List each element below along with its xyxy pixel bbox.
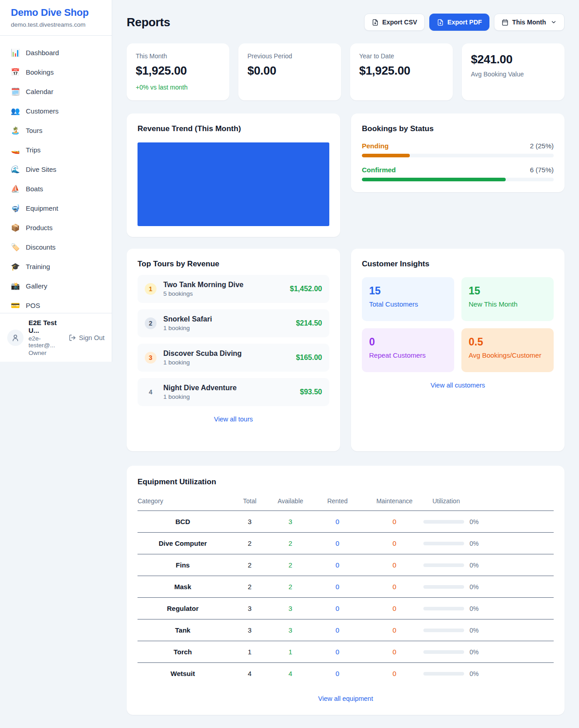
sidebar-item-label: Customers xyxy=(26,107,59,115)
avatar xyxy=(7,330,24,346)
export-csv-button[interactable]: Export CSV xyxy=(364,14,425,31)
sign-out-button[interactable]: Sign Out xyxy=(69,334,104,341)
equipment-table: Category Total Available Rented Maintena… xyxy=(138,491,554,684)
sidebar-item-equipment[interactable]: 🤿 Equipment xyxy=(4,199,108,218)
cell-utilization: 0% xyxy=(423,619,554,641)
cell-available: 2 xyxy=(271,554,309,576)
stat-card-this-month: This Month $1,925.00 +0% vs last month xyxy=(127,43,229,100)
user-section: E2E Test U... e2e-tester@... Owner Sign … xyxy=(0,313,112,362)
sidebar-item-products[interactable]: 📦 Products xyxy=(4,218,108,237)
view-all-equipment-link[interactable]: View all equipment xyxy=(138,695,554,702)
cell-utilization: 0% xyxy=(423,598,554,619)
rank-badge: 2 xyxy=(145,317,157,329)
utilization-bar xyxy=(423,563,464,567)
stat-label: Year to Date xyxy=(359,52,444,60)
user-role: Owner xyxy=(28,350,64,356)
cell-maintenance: 0 xyxy=(365,576,423,598)
table-row: BCD 3 3 0 0 0% xyxy=(138,511,554,533)
cell-utilization: 0% xyxy=(423,511,554,533)
insight-grid: 15 Total Customers 15 New This Month 0 R… xyxy=(362,277,554,372)
sidebar-item-trips[interactable]: 🚤 Trips xyxy=(4,140,108,160)
period-label: This Month xyxy=(512,19,546,26)
column-header-available: Available xyxy=(271,491,309,511)
table-row: Regulator 3 3 0 0 0% xyxy=(138,598,554,619)
wave-icon: 🌊 xyxy=(11,165,20,174)
tile-label: Repeat Customers xyxy=(369,351,447,359)
sidebar-item-bookings[interactable]: 📅 Bookings xyxy=(4,62,108,82)
utilization-label: 0% xyxy=(470,583,479,591)
speedboat-icon: 🚤 xyxy=(11,146,20,154)
status-label-pending: Pending xyxy=(362,142,389,150)
sidebar-item-customers[interactable]: 👥 Customers xyxy=(4,101,108,121)
status-line: Confirmed 6 (75%) xyxy=(362,166,554,174)
calendar-icon xyxy=(502,19,508,26)
status-count-pending: 2 (25%) xyxy=(530,142,554,150)
stat-value: $1,925.00 xyxy=(136,64,220,78)
tour-row: 2 Snorkel Safari 1 booking $214.50 xyxy=(138,309,329,337)
utilization-bar xyxy=(423,542,464,545)
sidebar-item-pos[interactable]: 💳 POS xyxy=(4,296,108,313)
brand: Demo Dive Shop demo.test.divestreams.com xyxy=(0,0,112,36)
utilization-bar xyxy=(423,607,464,610)
cell-rented: 0 xyxy=(309,576,365,598)
tour-name: Two Tank Morning Dive xyxy=(163,281,243,289)
sidebar-item-boats[interactable]: ⛵ Boats xyxy=(4,179,108,199)
status-row-pending: Pending 2 (25%) xyxy=(362,142,554,157)
cell-rented: 0 xyxy=(309,619,365,641)
people-icon: 👥 xyxy=(11,107,20,115)
sidebar-item-dive-sites[interactable]: 🌊 Dive Sites xyxy=(4,160,108,179)
tour-revenue: $214.50 xyxy=(290,319,322,327)
cell-maintenance: 0 xyxy=(365,641,423,663)
stat-delta: +0% vs last month xyxy=(136,84,220,91)
sidebar-item-calendar[interactable]: 🗓️ Calendar xyxy=(4,82,108,101)
sidebar-item-gallery[interactable]: 📸 Gallery xyxy=(4,276,108,296)
period-dropdown[interactable]: This Month xyxy=(494,14,565,31)
tile-value: 0.5 xyxy=(469,336,546,348)
tour-row: 3 Discover Scuba Diving 1 booking $165.0… xyxy=(138,344,329,372)
status-line: Pending 2 (25%) xyxy=(362,142,554,150)
rank-badge: 4 xyxy=(145,386,157,398)
chevron-down-icon xyxy=(551,19,557,25)
tile-value: 0 xyxy=(369,336,447,348)
sidebar-item-training[interactable]: 🎓 Training xyxy=(4,257,108,276)
customer-insights-title: Customer Insights xyxy=(362,260,554,269)
view-all-customers-link[interactable]: View all customers xyxy=(362,382,554,389)
sign-out-label: Sign Out xyxy=(79,334,104,341)
tour-bookings: 5 bookings xyxy=(163,290,243,297)
sidebar-item-label: Equipment xyxy=(26,204,58,212)
sidebar-item-tours[interactable]: 🏝️ Tours xyxy=(4,121,108,140)
user-email: e2e-tester@... xyxy=(28,335,64,349)
header-actions: Export CSV Export PDF This Month xyxy=(364,14,565,31)
stat-label: This Month xyxy=(136,52,220,60)
status-count-confirmed: 6 (75%) xyxy=(530,166,554,174)
view-all-tours-link[interactable]: View all tours xyxy=(138,416,329,423)
tour-name: Snorkel Safari xyxy=(163,315,212,323)
sidebar-item-label: Tours xyxy=(26,127,43,134)
camera-icon: 📸 xyxy=(11,282,20,290)
sidebar: Demo Dive Shop demo.test.divestreams.com… xyxy=(0,0,112,362)
sidebar-item-label: Trips xyxy=(26,146,41,154)
column-header-category: Category xyxy=(138,491,228,511)
cell-available: 2 xyxy=(271,533,309,554)
progress-track xyxy=(362,178,554,181)
utilization-bar xyxy=(423,520,464,524)
utilization-label: 0% xyxy=(470,648,479,656)
utilization-label: 0% xyxy=(470,540,479,547)
column-header-rented: Rented xyxy=(309,491,365,511)
column-header-utilization: Utilization xyxy=(423,491,554,511)
export-pdf-button[interactable]: Export PDF xyxy=(429,14,489,31)
tour-bookings: 1 booking xyxy=(163,325,212,331)
sidebar-item-discounts[interactable]: 🏷️ Discounts xyxy=(4,237,108,257)
cell-utilization: 0% xyxy=(423,663,554,685)
shop-name: Demo Dive Shop xyxy=(11,7,101,19)
table-row: Mask 2 2 0 0 0% xyxy=(138,576,554,598)
tour-name: Discover Scuba Diving xyxy=(163,350,242,358)
diving-mask-icon: 🤿 xyxy=(11,204,20,213)
sidebar-item-label: Discounts xyxy=(26,243,56,251)
tile-repeat-customers: 0 Repeat Customers xyxy=(362,328,454,372)
tour-row: 1 Two Tank Morning Dive 5 bookings $1,45… xyxy=(138,275,329,303)
sidebar-item-dashboard[interactable]: 📊 Dashboard xyxy=(4,43,108,62)
tour-revenue: $165.00 xyxy=(290,354,322,362)
cell-total: 1 xyxy=(228,641,271,663)
cell-maintenance: 0 xyxy=(365,619,423,641)
